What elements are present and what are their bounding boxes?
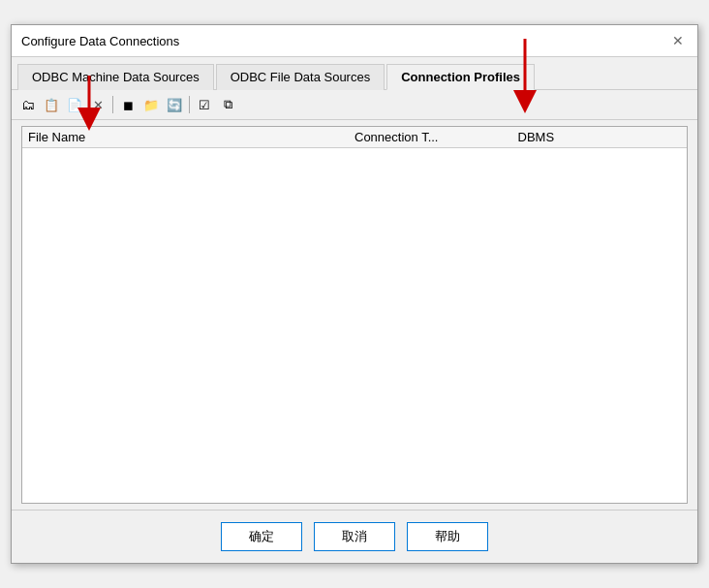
- tab-odbc-file-label: ODBC File Data Sources: [231, 70, 371, 84]
- new-icon: 🗂: [21, 97, 35, 112]
- delete-icon: ✕: [93, 98, 104, 112]
- toolbar: 🗂 📋 📄 ✕ ◼ 📁 🔄 ☑ ⧉: [12, 90, 697, 120]
- title-bar: Configure Data Connections ✕: [12, 25, 697, 57]
- refresh-icon: 🔄: [167, 98, 182, 112]
- table-header: File Name Connection T... DBMS: [22, 127, 687, 148]
- toolbar-openfolder-button[interactable]: 📁: [140, 94, 162, 115]
- toolbar-copy-button[interactable]: 📋: [41, 94, 62, 115]
- data-table[interactable]: File Name Connection T... DBMS: [21, 126, 688, 504]
- tab-odbc-machine[interactable]: ODBC Machine Data Sources: [17, 64, 214, 90]
- toolbar-new-button[interactable]: 🗂: [17, 94, 39, 115]
- toolbar-view-button[interactable]: ◼: [117, 94, 139, 115]
- help-button[interactable]: 帮助: [407, 522, 488, 551]
- toolbar-delete-button[interactable]: ✕: [87, 94, 108, 115]
- content-area: File Name Connection T... DBMS: [12, 120, 697, 510]
- tab-odbc-file[interactable]: ODBC File Data Sources: [216, 64, 385, 90]
- dialog-title: Configure Data Connections: [21, 34, 179, 48]
- toolbar-edit-button[interactable]: 📄: [64, 94, 85, 115]
- col-filename-header: File Name: [28, 130, 354, 144]
- deselectall-icon: ⧉: [224, 97, 232, 112]
- tab-connection-profiles[interactable]: Connection Profiles: [386, 64, 535, 90]
- view-icon: ◼: [123, 98, 134, 112]
- footer: 确定 取消 帮助: [12, 510, 697, 563]
- openfolder-icon: 📁: [143, 98, 159, 112]
- copy-icon: 📋: [44, 98, 59, 112]
- table-body[interactable]: [22, 148, 687, 499]
- toolbar-deselectall-button[interactable]: ⧉: [217, 94, 238, 115]
- toolbar-separator-2: [189, 96, 190, 113]
- col-conntype-header: Connection T...: [354, 130, 518, 144]
- tab-odbc-machine-label: ODBC Machine Data Sources: [32, 70, 200, 84]
- cancel-button[interactable]: 取消: [314, 522, 395, 551]
- tabs-container: ODBC Machine Data Sources ODBC File Data…: [12, 57, 697, 90]
- toolbar-refresh-button[interactable]: 🔄: [164, 94, 185, 115]
- close-button[interactable]: ✕: [668, 31, 688, 50]
- toolbar-separator-1: [112, 96, 113, 113]
- configure-data-connections-dialog: Configure Data Connections ✕ ODBC Machin…: [11, 24, 698, 564]
- col-dbms-header: DBMS: [518, 130, 682, 144]
- edit-icon: 📄: [67, 98, 82, 112]
- selectall-icon: ☑: [199, 98, 210, 112]
- toolbar-selectall-button[interactable]: ☑: [194, 94, 215, 115]
- ok-button[interactable]: 确定: [221, 522, 302, 551]
- tab-connection-profiles-label: Connection Profiles: [401, 70, 520, 84]
